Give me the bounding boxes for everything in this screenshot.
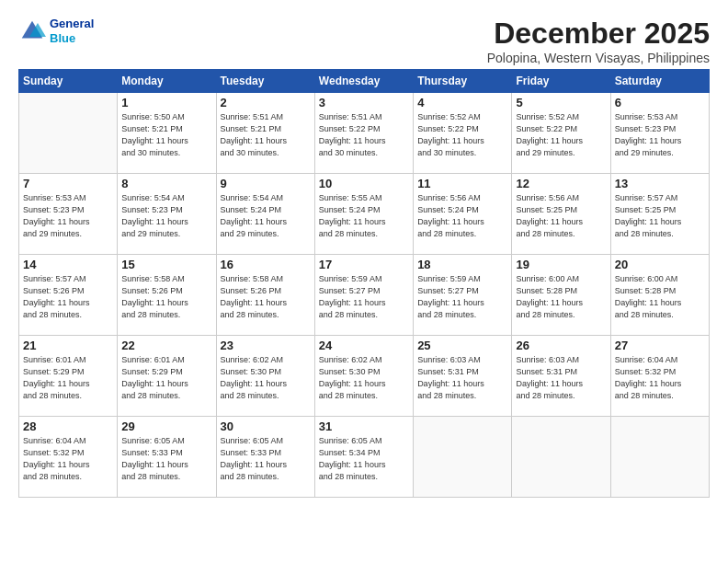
calendar-cell: 17Sunrise: 5:59 AM Sunset: 5:27 PM Dayli… (314, 255, 413, 336)
day-number: 2 (221, 96, 311, 109)
cell-info: Sunrise: 5:54 AM Sunset: 5:24 PM Dayligh… (221, 192, 311, 240)
calendar-cell: 5Sunrise: 5:52 AM Sunset: 5:22 PM Daylig… (512, 93, 610, 174)
day-number: 17 (319, 258, 409, 271)
calendar-cell: 19Sunrise: 6:00 AM Sunset: 5:28 PM Dayli… (512, 255, 610, 336)
calendar-cell: 26Sunrise: 6:03 AM Sunset: 5:31 PM Dayli… (512, 336, 610, 417)
calendar-cell: 12Sunrise: 5:56 AM Sunset: 5:25 PM Dayli… (512, 174, 610, 255)
cell-info: Sunrise: 6:05 AM Sunset: 5:33 PM Dayligh… (221, 435, 311, 483)
calendar-cell: 6Sunrise: 5:53 AM Sunset: 5:23 PM Daylig… (610, 93, 709, 174)
calendar-week-row: 21Sunrise: 6:01 AM Sunset: 5:29 PM Dayli… (19, 336, 710, 417)
cell-info: Sunrise: 5:58 AM Sunset: 5:26 PM Dayligh… (121, 273, 211, 321)
header: General Blue December 2025 Polopina, Wes… (18, 17, 710, 65)
cell-info: Sunrise: 5:52 AM Sunset: 5:22 PM Dayligh… (417, 111, 507, 159)
calendar-week-row: 28Sunrise: 6:04 AM Sunset: 5:32 PM Dayli… (19, 417, 710, 498)
calendar-cell: 20Sunrise: 6:00 AM Sunset: 5:28 PM Dayli… (610, 255, 709, 336)
cell-info: Sunrise: 5:52 AM Sunset: 5:22 PM Dayligh… (516, 111, 606, 159)
calendar-cell: 16Sunrise: 5:58 AM Sunset: 5:26 PM Dayli… (216, 255, 314, 336)
cell-info: Sunrise: 5:53 AM Sunset: 5:23 PM Dayligh… (23, 192, 113, 240)
calendar-week-row: 1Sunrise: 5:50 AM Sunset: 5:21 PM Daylig… (19, 93, 710, 174)
cell-info: Sunrise: 6:03 AM Sunset: 5:31 PM Dayligh… (417, 354, 507, 402)
calendar-cell: 8Sunrise: 5:54 AM Sunset: 5:23 PM Daylig… (118, 174, 216, 255)
cell-info: Sunrise: 5:53 AM Sunset: 5:23 PM Dayligh… (615, 111, 705, 159)
main-container: General Blue December 2025 Polopina, Wes… (0, 0, 728, 507)
calendar-cell: 15Sunrise: 5:58 AM Sunset: 5:26 PM Dayli… (118, 255, 216, 336)
calendar-cell: 31Sunrise: 6:05 AM Sunset: 5:34 PM Dayli… (314, 417, 413, 498)
cell-info: Sunrise: 5:50 AM Sunset: 5:21 PM Dayligh… (121, 111, 211, 159)
calendar-cell: 28Sunrise: 6:04 AM Sunset: 5:32 PM Dayli… (19, 417, 118, 498)
day-number: 5 (516, 96, 606, 109)
calendar-cell (512, 417, 610, 498)
cell-info: Sunrise: 5:55 AM Sunset: 5:24 PM Dayligh… (319, 192, 409, 240)
day-number: 1 (121, 96, 211, 109)
calendar-cell: 23Sunrise: 6:02 AM Sunset: 5:30 PM Dayli… (216, 336, 314, 417)
cell-info: Sunrise: 6:01 AM Sunset: 5:29 PM Dayligh… (23, 354, 113, 402)
cell-info: Sunrise: 6:01 AM Sunset: 5:29 PM Dayligh… (121, 354, 211, 402)
weekday-header: Saturday (610, 70, 709, 93)
calendar-cell: 22Sunrise: 6:01 AM Sunset: 5:29 PM Dayli… (118, 336, 216, 417)
day-number: 10 (319, 177, 409, 190)
calendar-cell: 14Sunrise: 5:57 AM Sunset: 5:26 PM Dayli… (19, 255, 118, 336)
day-number: 31 (319, 419, 409, 433)
day-number: 30 (221, 419, 311, 433)
calendar-week-row: 14Sunrise: 5:57 AM Sunset: 5:26 PM Dayli… (19, 255, 710, 336)
day-number: 8 (121, 177, 211, 190)
weekday-header-row: SundayMondayTuesdayWednesdayThursdayFrid… (19, 70, 710, 93)
cell-info: Sunrise: 5:57 AM Sunset: 5:25 PM Dayligh… (615, 192, 705, 240)
cell-info: Sunrise: 6:05 AM Sunset: 5:33 PM Dayligh… (121, 435, 211, 483)
logo: General Blue (18, 17, 94, 45)
calendar-cell: 18Sunrise: 5:59 AM Sunset: 5:27 PM Dayli… (414, 255, 512, 336)
day-number: 20 (615, 258, 705, 271)
day-number: 7 (23, 177, 113, 190)
cell-info: Sunrise: 6:05 AM Sunset: 5:34 PM Dayligh… (319, 435, 409, 483)
cell-info: Sunrise: 5:57 AM Sunset: 5:26 PM Dayligh… (23, 273, 113, 321)
day-number: 18 (417, 258, 507, 271)
location: Polopina, Western Visayas, Philippines (487, 51, 710, 65)
day-number: 19 (516, 258, 606, 271)
cell-info: Sunrise: 6:03 AM Sunset: 5:31 PM Dayligh… (516, 354, 606, 402)
cell-info: Sunrise: 5:51 AM Sunset: 5:22 PM Dayligh… (319, 111, 409, 159)
weekday-header: Monday (118, 70, 216, 93)
calendar-cell (610, 417, 709, 498)
calendar-cell: 11Sunrise: 5:56 AM Sunset: 5:24 PM Dayli… (414, 174, 512, 255)
cell-info: Sunrise: 6:00 AM Sunset: 5:28 PM Dayligh… (516, 273, 606, 321)
cell-info: Sunrise: 5:59 AM Sunset: 5:27 PM Dayligh… (417, 273, 507, 321)
logo-icon (18, 17, 46, 45)
calendar-week-row: 7Sunrise: 5:53 AM Sunset: 5:23 PM Daylig… (19, 174, 710, 255)
weekday-header: Wednesday (314, 70, 413, 93)
calendar-table: SundayMondayTuesdayWednesdayThursdayFrid… (18, 69, 710, 498)
calendar-cell: 9Sunrise: 5:54 AM Sunset: 5:24 PM Daylig… (216, 174, 314, 255)
calendar-cell: 1Sunrise: 5:50 AM Sunset: 5:21 PM Daylig… (118, 93, 216, 174)
weekday-header: Tuesday (216, 70, 314, 93)
day-number: 13 (615, 177, 705, 190)
weekday-header: Friday (512, 70, 610, 93)
cell-info: Sunrise: 6:02 AM Sunset: 5:30 PM Dayligh… (221, 354, 311, 402)
day-number: 9 (221, 177, 311, 190)
day-number: 22 (121, 339, 211, 352)
day-number: 24 (319, 339, 409, 352)
day-number: 16 (221, 258, 311, 271)
calendar-cell: 13Sunrise: 5:57 AM Sunset: 5:25 PM Dayli… (610, 174, 709, 255)
calendar-cell: 3Sunrise: 5:51 AM Sunset: 5:22 PM Daylig… (314, 93, 413, 174)
day-number: 11 (417, 177, 507, 190)
cell-info: Sunrise: 5:56 AM Sunset: 5:24 PM Dayligh… (417, 192, 507, 240)
calendar-cell (19, 93, 118, 174)
day-number: 6 (615, 96, 705, 109)
calendar-cell: 10Sunrise: 5:55 AM Sunset: 5:24 PM Dayli… (314, 174, 413, 255)
calendar-cell: 21Sunrise: 6:01 AM Sunset: 5:29 PM Dayli… (19, 336, 118, 417)
cell-info: Sunrise: 6:04 AM Sunset: 5:32 PM Dayligh… (23, 435, 113, 483)
calendar-cell: 25Sunrise: 6:03 AM Sunset: 5:31 PM Dayli… (414, 336, 512, 417)
day-number: 12 (516, 177, 606, 190)
day-number: 27 (615, 339, 705, 352)
cell-info: Sunrise: 5:58 AM Sunset: 5:26 PM Dayligh… (221, 273, 311, 321)
calendar-cell: 2Sunrise: 5:51 AM Sunset: 5:21 PM Daylig… (216, 93, 314, 174)
day-number: 14 (23, 258, 113, 271)
cell-info: Sunrise: 6:00 AM Sunset: 5:28 PM Dayligh… (615, 273, 705, 321)
day-number: 26 (516, 339, 606, 352)
cell-info: Sunrise: 6:02 AM Sunset: 5:30 PM Dayligh… (319, 354, 409, 402)
day-number: 23 (221, 339, 311, 352)
calendar-cell: 7Sunrise: 5:53 AM Sunset: 5:23 PM Daylig… (19, 174, 118, 255)
cell-info: Sunrise: 5:59 AM Sunset: 5:27 PM Dayligh… (319, 273, 409, 321)
weekday-header: Thursday (414, 70, 512, 93)
calendar-cell: 27Sunrise: 6:04 AM Sunset: 5:32 PM Dayli… (610, 336, 709, 417)
day-number: 4 (417, 96, 507, 109)
